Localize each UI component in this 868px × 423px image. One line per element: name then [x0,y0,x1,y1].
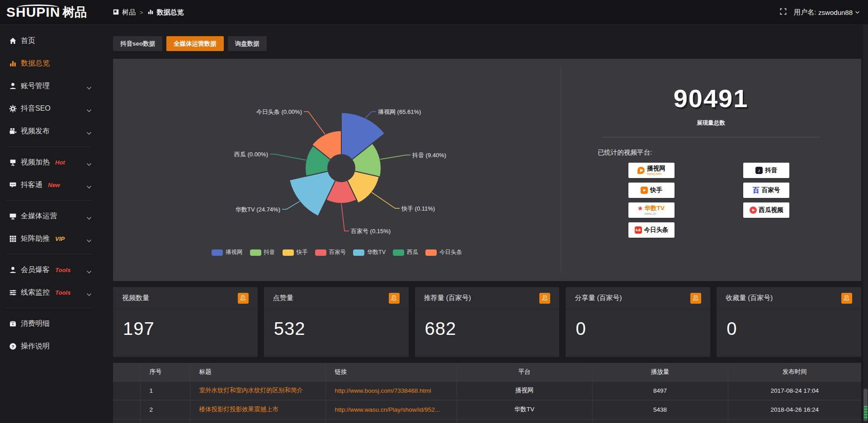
legend-item-抖音[interactable]: 抖音 [250,249,275,256]
stat-card-title: 点赞量 [273,294,293,302]
stat-card-title: 收藏量 (百家号) [726,294,773,302]
platform-name: 快手 [650,186,662,194]
total-badge: 总 [841,293,852,304]
chart-bars-icon [9,60,21,67]
sidebar-item-会员爆客[interactable]: 会员爆客Tools [0,258,97,281]
toutiao-logo-icon: 头条 [635,226,642,234]
cell-title[interactable]: 室外水纹灯和室内水纹灯的区别和简介 [190,381,326,400]
tab-询盘数据[interactable]: 询盘数据 [228,36,267,51]
sidebar-item-label: 消费明细 [21,319,50,329]
stat-card-value: 682 [415,310,560,339]
person-icon [9,266,21,274]
total-impressions-value: 90491 [561,84,861,113]
chevron-down-icon[interactable] [86,106,92,114]
breadcrumb-app[interactable]: 树品 [122,8,136,17]
wallet-icon [9,320,21,328]
baijiahao-logo-icon: 百 [753,186,760,195]
sidebar-item-操作说明[interactable]: ?操作说明 [0,335,97,357]
sidebar-item-抖客通[interactable]: 抖客通New [0,174,97,196]
fullscreen-icon[interactable] [780,8,787,17]
sidebar-item-label: 线索监控 [21,288,50,297]
cell-published: 2018-04-26 16:24 [728,400,861,419]
sidebar-divider [5,308,92,308]
platform-name: 华数TV [645,205,665,212]
sidebar: 首页数据总览账号管理抖音SEO视频发布视频加热Hot抖客通New全媒体运营矩阵助… [0,25,97,423]
sidebar-item-账号管理[interactable]: 账号管理 [0,75,97,97]
sidebar-item-抖音SEO[interactable]: 抖音SEO [0,97,97,120]
sidebar-item-视频发布[interactable]: 视频发布 [0,120,97,142]
stat-card-title: 视频数量 [122,294,149,302]
overview-panel: 播视网 (65.61%)抖音 (9.40%)快手 (0.11%)百家号 (0.1… [113,59,861,281]
legend-item-西瓜[interactable]: 西瓜 [393,249,418,256]
platform-share-rose-chart[interactable]: 播视网 (65.61%)抖音 (9.40%)快手 (0.11%)百家号 (0.1… [113,59,561,281]
legend-label: 华数TV [367,249,386,256]
sidebar-item-label: 矩阵助推 [21,234,50,244]
chevron-down-icon[interactable] [86,183,92,191]
legend-item-今日头条[interactable]: 今日头条 [425,249,462,256]
tab-抖音seo数据[interactable]: 抖音seo数据 [113,36,162,51]
sidebar-item-矩阵助推[interactable]: 矩阵助推VIP [0,227,97,250]
breadcrumb-page[interactable]: 数据总览 [157,8,184,17]
xigua-logo-icon [750,207,757,214]
sidebar-item-label: 首页 [21,36,35,46]
cell-plays: 8497 [592,381,728,400]
sidebar-item-label: 操作说明 [21,342,50,351]
stat-card-title: 推荐量 (百家号) [424,294,471,302]
stat-card-视频数量: 视频数量总197 [113,287,258,357]
pie-label-今日头条: 今日头条 (0.00%) [256,108,302,115]
sidebar-item-首页[interactable]: 首页 [0,29,97,52]
column-header-播放量: 播放量 [592,363,728,381]
stat-card-分享量 (百家号): 分享量 (百家号)总0 [566,287,710,357]
legend-item-快手[interactable]: 快手 [283,249,308,256]
platform-badge-播视网: 播视网boosj.com [628,163,675,178]
wasu-logo-icon: * [638,207,642,213]
platform-name: 百家号 [762,186,780,194]
sidebar-item-数据总览[interactable]: 数据总览 [0,52,97,75]
platform-name: 今日头条 [644,226,669,234]
platform-name: 西瓜视频 [759,206,783,214]
total-badge: 总 [690,293,701,304]
cell-link[interactable]: http://www.wasu.cn/Play/show/id/952... [326,400,457,419]
chevron-down-icon[interactable] [86,214,92,222]
kuaishou-logo-icon [641,187,648,194]
user-menu[interactable]: 用户名: zswodun88 [794,8,860,17]
cell-index: 2 [140,400,190,419]
sidebar-item-视频加热[interactable]: 视频加热Hot [0,151,97,174]
chevron-down-icon[interactable] [86,160,92,168]
sidebar-item-badge: Hot [55,159,65,166]
sidebar-item-线索监控[interactable]: 线索监控Tools [0,281,97,304]
sidebar-item-label: 全媒体运营 [21,212,57,221]
grid-icon [9,235,21,243]
sidebar-item-全媒体运营[interactable]: 全媒体运营 [0,205,97,227]
legend-label: 百家号 [329,249,346,256]
cell-title[interactable]: 楼体投影灯投影效果震撼上市 [190,400,326,419]
table-row: 1室外水纹灯和室内水纹灯的区别和简介http://www.boosj.com/7… [113,381,861,400]
pie-label-抖音: 抖音 (9.40%) [412,152,446,159]
legend-item-播视网[interactable]: 播视网 [212,249,243,256]
legend-item-百家号[interactable]: 百家号 [315,249,346,256]
sidebar-item-label: 抖音SEO [21,104,51,113]
app-square-icon [113,9,119,16]
sidebar-divider [5,200,92,201]
videos-table: 序号标题链接平台播放量发布时间 1室外水纹灯和室内水纹灯的区别和简介http:/… [113,363,861,423]
chevron-down-icon[interactable] [86,290,92,298]
stat-card-value: 532 [264,310,409,339]
legend-item-华数TV[interactable]: 华数TV [353,249,386,256]
column-header-平台: 平台 [457,363,592,381]
pie-label-西瓜: 西瓜 (0.00%) [234,151,268,158]
monitor-icon [9,212,21,220]
sidebar-item-消费明细[interactable]: 消费明细 [0,312,97,335]
legend-swatch [250,249,261,256]
tab-全媒体运营数据[interactable]: 全媒体运营数据 [166,36,224,51]
chevron-down-icon[interactable] [86,84,92,92]
cell-link[interactable]: http://www.boosj.com/7338468.html [326,381,457,400]
cell-plays: 5438 [592,400,728,419]
legend-swatch [315,249,326,256]
chevron-down-icon[interactable] [86,236,92,244]
logo-arc [17,5,59,10]
sidebar-item-label: 账号管理 [21,81,50,91]
chevron-down-icon[interactable] [86,129,92,137]
chevron-down-icon[interactable] [86,268,92,276]
page-scrollbar[interactable] [863,25,868,423]
topbar: SHUPIN 树品 树品 > 数据总览 用户名: zswodun88 [0,0,868,25]
